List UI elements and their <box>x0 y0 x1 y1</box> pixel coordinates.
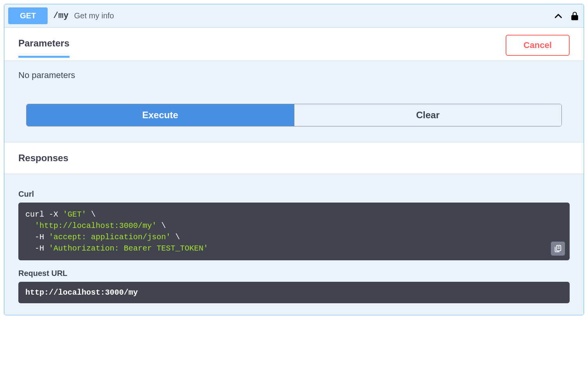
chevron-up-icon[interactable] <box>552 10 564 22</box>
method-badge: GET <box>8 7 48 24</box>
clear-button[interactable]: Clear <box>294 104 562 126</box>
parameters-tab[interactable]: Parameters <box>18 38 69 58</box>
curl-text: 'accept: application/json' <box>49 233 171 242</box>
responses-heading: Responses <box>4 142 584 174</box>
request-url-block: http://localhost:3000/my <box>18 282 570 303</box>
parameters-body: No parameters Execute Clear <box>4 61 584 142</box>
curl-code-block: curl -X 'GET' \ 'http://localhost:3000/m… <box>18 203 570 260</box>
cancel-button[interactable]: Cancel <box>506 35 570 56</box>
curl-text: \ <box>86 210 96 219</box>
no-parameters-text: No parameters <box>18 70 570 80</box>
lock-icon[interactable] <box>570 11 580 21</box>
curl-text: curl -X <box>25 210 63 219</box>
curl-text: \ <box>157 221 166 230</box>
curl-text: \ <box>171 233 180 242</box>
parameters-header: Parameters Cancel <box>4 28 584 61</box>
curl-text: 'GET' <box>63 210 86 219</box>
operation-block: GET /my Get my info Parameters Cancel No… <box>4 4 584 315</box>
copy-icon[interactable] <box>551 242 565 256</box>
responses-body: Curl curl -X 'GET' \ 'http://localhost:3… <box>4 174 584 315</box>
endpoint-path: /my <box>53 11 69 21</box>
curl-text: 'Authorization: Bearer TEST_TOKEN' <box>49 244 208 253</box>
operation-summary[interactable]: GET /my Get my info <box>4 4 584 28</box>
curl-text: 'http://localhost:3000/my' <box>35 221 157 230</box>
request-url-label: Request URL <box>18 269 570 278</box>
endpoint-description: Get my info <box>74 11 552 20</box>
curl-label: Curl <box>18 190 570 199</box>
execute-button[interactable]: Execute <box>27 104 294 126</box>
action-button-row: Execute Clear <box>26 104 562 126</box>
